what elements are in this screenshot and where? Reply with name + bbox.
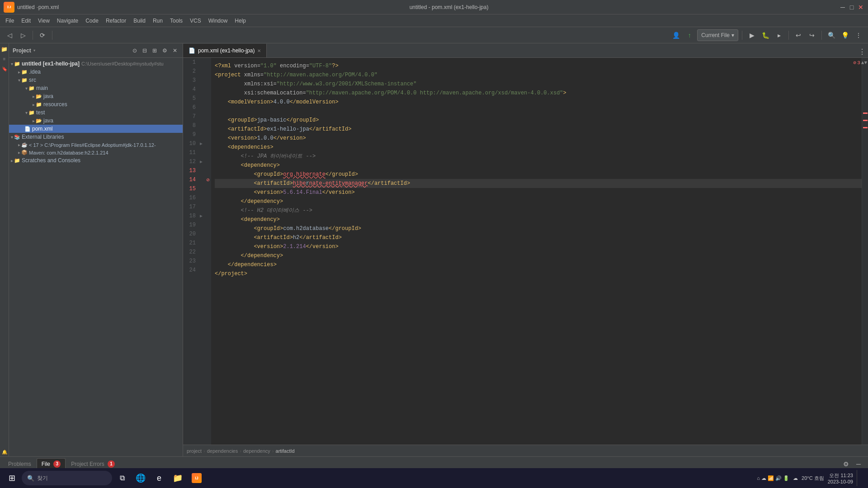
toolbar-undo[interactable]: ↩ (793, 29, 804, 41)
title-file: pom.xml (38, 4, 59, 10)
jdk-icon: ☕ (21, 142, 28, 148)
edge-btn[interactable]: e (151, 470, 167, 486)
main-layout: 📁 ≡ 🔖 🔔 Project ▾ ⊙ ⊟ ⊞ ⚙ ✕ ▾ 📁 untitled… (0, 43, 868, 456)
project-locate-btn[interactable]: ⊙ (131, 47, 139, 55)
menu-help[interactable]: Help (231, 16, 250, 26)
error-marker-14[interactable]: ⊘ (205, 177, 211, 183)
project-panel: Project ▾ ⊙ ⊟ ⊞ ⚙ ✕ ▾ 📁 untitled [ex1-he… (9, 43, 183, 456)
toolbar-more[interactable]: ⋮ (853, 29, 864, 41)
sidebar-project-icon[interactable]: 📁 (0, 45, 9, 53)
editor-tab-pom[interactable]: 📄 pom.xml (ex1-hello-jpa) ✕ (183, 44, 267, 57)
toolbar-debug[interactable]: 🐛 (760, 29, 771, 41)
code-line-13: <groupId>org.hibernate</groupId> (215, 170, 862, 179)
code-line-17: <!-- H2 데이터베이스 --> (215, 206, 862, 215)
project-dropdown-icon[interactable]: ▾ (33, 47, 36, 53)
project-collapse-btn[interactable]: ⊟ (141, 47, 149, 55)
close-button[interactable]: ✕ (857, 4, 864, 11)
toolbar-intellij[interactable]: 💡 (839, 29, 851, 41)
code-line-19: <groupId>com.h2database</groupId> (215, 224, 862, 233)
project-close-btn[interactable]: ✕ (171, 47, 179, 55)
tree-item-pom[interactable]: 📄 pom.xml (9, 125, 183, 133)
right-error-gutter: ⊘ 3 ▲ ▼ (862, 58, 868, 445)
ext-libs-icon: 📚 (14, 134, 20, 140)
menu-view[interactable]: View (34, 16, 53, 26)
explorer-btn[interactable]: 📁 (169, 470, 186, 486)
toolbar-sep-5 (821, 31, 822, 40)
toolbar-sync[interactable]: ⟳ (37, 29, 48, 41)
toolbar-search[interactable]: 🔍 (826, 29, 837, 41)
chrome-btn[interactable]: 🌐 (132, 470, 149, 486)
tree-item-java-test[interactable]: ▸ 📂 java (9, 117, 183, 125)
code-line-4: xsi:schemaLocation="http://maven.apache.… (215, 89, 862, 98)
weather-icon: ☁ (793, 475, 798, 481)
toolbar-update[interactable]: ↑ (684, 29, 695, 41)
menu-refactor[interactable]: Refactor (102, 16, 130, 26)
current-file-button[interactable]: Current File ▾ (697, 29, 738, 41)
toolbar-back[interactable]: ◁ (4, 29, 15, 41)
breadcrumb-project[interactable]: project (187, 448, 202, 454)
toolbar-forward[interactable]: ▷ (17, 29, 29, 41)
breadcrumb-dependency[interactable]: dependency (243, 448, 270, 454)
maximize-button[interactable]: □ (848, 4, 855, 11)
tree-item-ext-libs[interactable]: ▾ 📚 External Libraries (9, 133, 183, 141)
menu-window[interactable]: Window (205, 16, 231, 26)
menu-navigate[interactable]: Navigate (53, 16, 82, 26)
src-folder-icon: 📁 (21, 77, 28, 83)
menu-run[interactable]: Run (149, 16, 166, 26)
code-content[interactable]: <?xml version="1.0" encoding="UTF-8"?> <… (211, 58, 862, 445)
project-panel-header: Project ▾ ⊙ ⊟ ⊞ ⚙ ✕ (9, 43, 183, 58)
toolbar-build[interactable]: ▶ (746, 29, 758, 41)
tree-item-resources[interactable]: ▸ 📁 resources (9, 100, 183, 108)
editor-recent-files[interactable]: ⋮ (856, 46, 868, 57)
menu-build[interactable]: Build (130, 16, 149, 26)
toolbar-redo[interactable]: ↪ (806, 29, 818, 41)
toolbar-profile[interactable]: 👤 (670, 29, 682, 41)
breadcrumb-artifact-id[interactable]: artifactId (276, 448, 295, 454)
menu-code[interactable]: Code (82, 16, 102, 26)
menu-edit[interactable]: Edit (18, 16, 34, 26)
minimize-button[interactable]: ─ (839, 4, 846, 11)
tree-item-maven-h2[interactable]: ▸ 📦 Maven: com.h2database:h2:2.1.214 (9, 149, 183, 156)
code-line-14: <artifactId>hibernate-entitymanager</art… (215, 179, 862, 188)
intellij-taskbar-btn[interactable]: IJ (188, 470, 205, 486)
tab-label: pom.xml (ex1-hello-jpa) (198, 47, 255, 54)
app-icon: IJ (4, 2, 14, 13)
sidebar-structure-icon[interactable]: ≡ (0, 55, 9, 63)
tab-close-btn[interactable]: ✕ (257, 48, 261, 53)
code-line-5: <modelVersion>4.0.0</modelVersion> (215, 98, 862, 107)
menu-tools[interactable]: Tools (166, 16, 186, 26)
menu-file[interactable]: File (2, 16, 18, 26)
code-line-10: <dependencies> (215, 143, 862, 152)
show-desktop-btn[interactable] (857, 470, 864, 486)
tree-item-scratches[interactable]: ▸ 📁 Scratches and Consoles (9, 156, 183, 164)
code-line-22: </dependency> (215, 251, 862, 260)
tab-problems[interactable]: Problems (4, 459, 36, 469)
tree-item-java-main[interactable]: ▸ 📂 java (9, 92, 183, 100)
breadcrumb-dependencies[interactable]: dependencies (207, 448, 238, 454)
tree-item-root[interactable]: ▾ 📁 untitled [ex1-hello-jpa] C:\Users\us… (9, 60, 183, 68)
editor-area: 📄 pom.xml (ex1-hello-jpa) ✕ ⋮ 1 2 (183, 43, 868, 456)
code-editor[interactable]: 1 2 3 4 (183, 58, 868, 445)
tree-item-idea[interactable]: ▸ 📁 .idea (9, 68, 183, 76)
windows-start-btn[interactable]: ⊞ (4, 470, 20, 486)
search-bar[interactable]: 🔍 찾기 (22, 471, 112, 485)
title-bar: IJ untitled - pom.xml untitled - pom.xml… (0, 0, 868, 14)
taskview-btn[interactable]: ⧉ (114, 470, 130, 486)
code-line-11: <!-- JPA 하이버네이트 --> (215, 152, 862, 161)
project-title: Project (13, 47, 31, 54)
tree-item-main[interactable]: ▾ 📁 main (9, 84, 183, 92)
project-expand-btn[interactable]: ⊞ (151, 47, 159, 55)
window-controls: ─ □ ✕ (839, 4, 864, 11)
tree-item-test[interactable]: ▾ 📁 test (9, 108, 183, 117)
toolbar-coverage[interactable]: ▸ (773, 29, 785, 41)
sidebar-notifications-icon[interactable]: 🔔 (0, 448, 9, 456)
breadcrumb: project › dependencies › dependency › ar… (183, 445, 868, 456)
tree-item-jdk[interactable]: ▸ ☕ < 17 > C:\Program Files#Eclipse Adop… (9, 141, 183, 149)
tray-icons: ⌂ ☁ 📶 🔊 🔋 (757, 475, 789, 481)
project-settings-btn[interactable]: ⚙ (160, 47, 169, 55)
sidebar-bookmarks-icon[interactable]: 🔖 (0, 65, 9, 73)
tab-project-errors[interactable]: Project Errors 1 (66, 459, 119, 469)
menu-vcs[interactable]: VCS (186, 16, 205, 26)
current-file-chevron: ▾ (731, 32, 734, 38)
tree-item-src[interactable]: ▾ 📁 src (9, 76, 183, 84)
